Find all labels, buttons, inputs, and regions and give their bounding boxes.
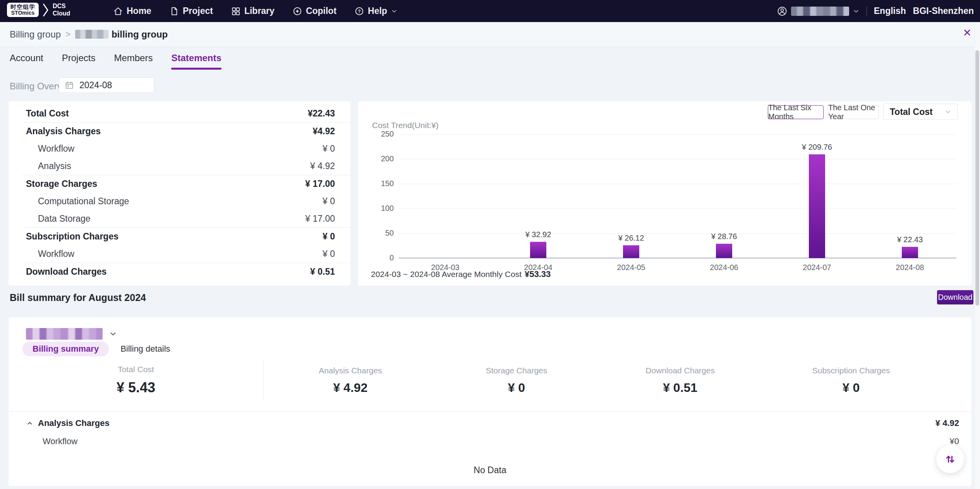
cost-row: Workflow ¥ 0 [9,140,350,157]
bar-category-label: 2024-05 [617,263,645,272]
bar-slots: 2024-03 ¥ 32.92 2024-04 ¥ 26.12 2024-05 … [399,134,956,258]
cost-value: ¥22.43 [308,108,335,119]
nav-item-library[interactable]: Library [231,6,275,16]
tab-statements[interactable]: Statements [171,53,221,70]
stat-value: ¥ 0.51 [663,381,697,395]
tab-account[interactable]: Account [10,53,43,70]
sort-toggle-button[interactable] [936,445,964,473]
stat-subscription-charges: Subscription Charges ¥ 0 [764,361,938,400]
bill-summary-heading: Bill summary for August 2024 [10,292,146,303]
download-button[interactable]: Download [937,290,973,304]
bar-value-label: ¥ 32.92 [525,230,551,239]
breadcrumb-current-label: billing group [112,29,168,40]
stat-label: Total Cost [118,365,154,374]
stat-label: Analysis Charges [319,366,382,375]
bar [716,244,732,258]
cost-value: ¥4.92 [312,126,335,137]
bar-category-label: 2024-07 [803,263,831,272]
nav-item-copilot[interactable]: Copilot [292,6,336,16]
section-label: Workflow [43,436,77,446]
account-selector[interactable] [26,328,117,340]
logo-cn-text: 时空组学 [10,4,35,10]
ytick-label: 150 [365,179,394,188]
metric-select[interactable]: Total Cost [883,104,958,120]
nav-item-label: Home [127,6,151,16]
analysis-charges-section-header[interactable]: Analysis Charges ¥ 4.92 [9,416,971,430]
ytick-label: 200 [365,154,394,163]
bar-slot: ¥ 26.12 2024-05 [585,134,678,258]
cost-value: ¥ 0 [323,144,335,154]
chart-title: Cost Trend(Unit:¥) [372,121,439,130]
scrollbar-thumb[interactable] [975,50,979,306]
cost-label: Storage Charges [26,179,97,189]
user-name-redacted [791,7,849,16]
no-data-message: No Data [9,465,971,475]
cost-overview-card: Total Cost ¥22.43 Analysis Charges ¥4.92… [9,101,350,286]
breadcrumb-separator: > [65,29,70,39]
bar-slot: 2024-03 [399,134,492,258]
cost-value: ¥ 4.92 [310,161,335,171]
bar-slot: ¥ 28.76 2024-06 [678,134,771,258]
last-six-months-button[interactable]: The Last Six Months [768,105,824,119]
language-switcher[interactable]: English [874,6,906,16]
nav-item-home[interactable]: Home [113,6,151,16]
cost-label: Total Cost [26,108,69,119]
tab-billing-details[interactable]: Billing details [119,342,172,356]
stat-analysis-charges: Analysis Charges ¥ 4.92 [264,361,437,400]
scrollbar-track[interactable] [974,22,980,489]
cost-value: ¥ 0 [323,196,335,207]
bill-summary-card: Billing summary Billing details Total Co… [9,317,971,486]
bar-value-label: ¥ 28.76 [711,232,737,241]
nav-item-label: Project [183,6,213,16]
tab-billing-summary[interactable]: Billing summary [22,342,109,356]
chevron-down-icon [853,8,860,15]
month-picker-input[interactable] [79,80,141,91]
bar-value-label: ¥ 22.43 [897,235,923,244]
user-menu[interactable] [777,6,860,17]
metric-select-value: Total Cost [890,107,933,117]
sort-arrows-icon [943,452,957,466]
cost-row: Workflow ¥ 0 [9,245,350,263]
bar-value-label: ¥ 209.76 [802,143,832,152]
bar [902,247,918,258]
nav-item-help[interactable]: ? Help [354,6,398,16]
svg-text:?: ? [358,9,360,14]
nav-item-label: Help [368,6,387,16]
bar-slot: ¥ 22.43 2024-08 [863,134,956,258]
tab-members[interactable]: Members [114,53,153,70]
nav-item-project[interactable]: Project [169,6,213,16]
cost-row: Analysis ¥ 4.92 [9,157,350,175]
stomics-dcs-cloud-logo[interactable]: 时空组学 STOmics DCS Cloud [7,3,70,17]
average-cost-label: 2024-03 ~ 2024-08 Average Monthly Cost [371,270,522,279]
calendar-icon [65,80,74,90]
stomics-logo-badge: 时空组学 STOmics [7,3,39,17]
stat-value: ¥ 4.92 [333,381,367,395]
last-one-year-button[interactable]: The Last One Year [828,105,879,119]
chart-footer: 2024-03 ~ 2024-08 Average Monthly Cost¥5… [371,269,551,279]
stat-value: ¥ 0 [843,381,860,395]
org-switcher[interactable]: BGI-Shenzhen [913,6,974,16]
grid-icon [231,6,241,16]
breadcrumb-root[interactable]: Billing group [10,29,61,40]
average-cost-value: ¥53.33 [525,269,551,279]
stat-value: ¥ 0 [508,381,525,395]
ytick-label: 50 [365,229,394,238]
chevron-down-icon [391,8,398,15]
bar [623,245,639,258]
nav-item-label: Library [244,6,275,16]
cost-label: Analysis [38,161,71,171]
cost-label: Subscription Charges [26,231,118,242]
cost-label: Workflow [38,249,74,259]
chevron-down-icon [944,108,952,116]
bar-slot: ¥ 209.76 2024-07 [771,134,863,258]
stat-storage-charges: Storage Charges ¥ 0 [437,361,596,400]
navbar-right: English BGI-Shenzhen [777,0,974,22]
close-icon[interactable]: ✕ [963,28,971,38]
cost-trend-card: The Last Six Months The Last One Year To… [358,101,971,286]
stat-label: Subscription Charges [812,366,890,375]
bar-category-label: 2024-08 [896,263,924,272]
month-picker[interactable] [59,77,154,93]
tab-projects[interactable]: Projects [62,53,96,70]
cost-value: ¥ 0 [323,249,335,259]
billing-statements-page: 时空组学 STOmics DCS Cloud Home [0,0,980,489]
